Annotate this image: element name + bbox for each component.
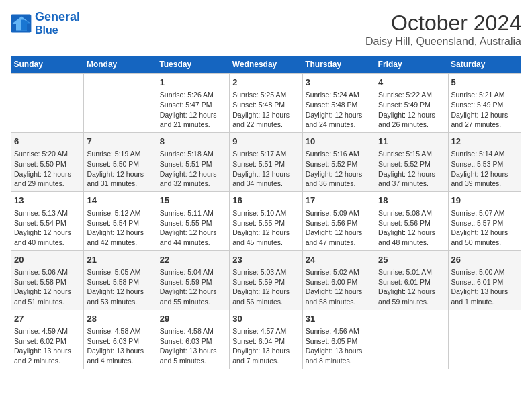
calendar-cell: 15Sunrise: 5:11 AMSunset: 5:55 PMDayligh… xyxy=(157,191,229,250)
day-number: 5 xyxy=(451,77,518,89)
day-info: Sunrise: 5:12 AMSunset: 5:54 PMDaylight:… xyxy=(87,208,153,248)
calendar-cell: 4Sunrise: 5:22 AMSunset: 5:49 PMDaylight… xyxy=(375,74,448,133)
day-info: Sunrise: 5:26 AMSunset: 5:47 PMDaylight:… xyxy=(160,90,226,130)
calendar-cell: 2Sunrise: 5:25 AMSunset: 5:48 PMDaylight… xyxy=(230,74,302,133)
day-number: 1 xyxy=(160,77,226,89)
calendar-cell: 18Sunrise: 5:08 AMSunset: 5:56 PMDayligh… xyxy=(375,191,448,250)
calendar-cell: 19Sunrise: 5:07 AMSunset: 5:57 PMDayligh… xyxy=(448,191,521,250)
day-info: Sunrise: 5:11 AMSunset: 5:55 PMDaylight:… xyxy=(160,208,226,248)
calendar-cell: 5Sunrise: 5:21 AMSunset: 5:49 PMDaylight… xyxy=(448,74,521,133)
weekday-header: Thursday xyxy=(302,56,375,74)
day-info: Sunrise: 5:01 AMSunset: 6:01 PMDaylight:… xyxy=(378,267,445,307)
day-number: 28 xyxy=(87,313,153,325)
day-number: 13 xyxy=(14,195,81,207)
day-number: 20 xyxy=(14,254,81,266)
day-number: 21 xyxy=(87,254,153,266)
day-info: Sunrise: 5:16 AMSunset: 5:52 PMDaylight:… xyxy=(306,149,372,189)
title-block: October 2024 Daisy Hill, Queensland, Aus… xyxy=(365,11,521,48)
day-number: 17 xyxy=(306,195,372,207)
day-number: 14 xyxy=(87,195,153,207)
calendar-header: SundayMondayTuesdayWednesdayThursdayFrid… xyxy=(11,56,521,74)
day-info: Sunrise: 5:03 AMSunset: 5:59 PMDaylight:… xyxy=(232,267,299,307)
day-number: 22 xyxy=(160,254,226,266)
calendar-week-row: 27Sunrise: 4:59 AMSunset: 6:02 PMDayligh… xyxy=(11,310,521,369)
calendar-cell: 24Sunrise: 5:02 AMSunset: 6:00 PMDayligh… xyxy=(302,250,375,310)
day-info: Sunrise: 4:56 AMSunset: 6:05 PMDaylight:… xyxy=(306,326,372,366)
calendar-week-row: 1Sunrise: 5:26 AMSunset: 5:47 PMDaylight… xyxy=(11,74,521,133)
day-info: Sunrise: 4:58 AMSunset: 6:03 PMDaylight:… xyxy=(87,326,153,366)
calendar-cell: 25Sunrise: 5:01 AMSunset: 6:01 PMDayligh… xyxy=(375,250,448,310)
logo-text: General Blue xyxy=(35,11,80,36)
day-info: Sunrise: 5:21 AMSunset: 5:49 PMDaylight:… xyxy=(451,90,518,130)
calendar-cell: 17Sunrise: 5:09 AMSunset: 5:56 PMDayligh… xyxy=(302,191,375,250)
day-info: Sunrise: 5:14 AMSunset: 5:53 PMDaylight:… xyxy=(451,149,518,189)
calendar-cell: 6Sunrise: 5:20 AMSunset: 5:50 PMDaylight… xyxy=(11,132,84,191)
calendar-cell: 9Sunrise: 5:17 AMSunset: 5:51 PMDaylight… xyxy=(230,132,302,191)
calendar-cell: 16Sunrise: 5:10 AMSunset: 5:55 PMDayligh… xyxy=(230,191,302,250)
day-number: 26 xyxy=(451,254,518,266)
day-info: Sunrise: 5:06 AMSunset: 5:58 PMDaylight:… xyxy=(14,267,81,307)
day-number: 7 xyxy=(87,136,153,148)
day-number: 8 xyxy=(160,136,226,148)
day-number: 11 xyxy=(378,136,445,148)
calendar-week-row: 13Sunrise: 5:13 AMSunset: 5:54 PMDayligh… xyxy=(11,191,521,250)
day-number: 23 xyxy=(232,254,299,266)
day-info: Sunrise: 5:18 AMSunset: 5:51 PMDaylight:… xyxy=(160,149,226,189)
day-info: Sunrise: 5:08 AMSunset: 5:56 PMDaylight:… xyxy=(378,208,445,248)
day-number: 4 xyxy=(378,77,445,89)
day-info: Sunrise: 5:22 AMSunset: 5:49 PMDaylight:… xyxy=(378,90,445,130)
calendar-cell: 13Sunrise: 5:13 AMSunset: 5:54 PMDayligh… xyxy=(11,191,84,250)
page-title: October 2024 xyxy=(365,11,521,36)
calendar-cell: 14Sunrise: 5:12 AMSunset: 5:54 PMDayligh… xyxy=(84,191,157,250)
calendar-week-row: 6Sunrise: 5:20 AMSunset: 5:50 PMDaylight… xyxy=(11,132,521,191)
day-info: Sunrise: 5:10 AMSunset: 5:55 PMDaylight:… xyxy=(232,208,299,248)
calendar-cell xyxy=(84,74,157,133)
day-number: 19 xyxy=(451,195,518,207)
weekday-header: Saturday xyxy=(448,56,521,74)
calendar-cell: 11Sunrise: 5:15 AMSunset: 5:52 PMDayligh… xyxy=(375,132,448,191)
day-number: 15 xyxy=(160,195,226,207)
calendar-cell: 12Sunrise: 5:14 AMSunset: 5:53 PMDayligh… xyxy=(448,132,521,191)
day-number: 25 xyxy=(378,254,445,266)
day-number: 30 xyxy=(232,313,299,325)
calendar-cell xyxy=(375,310,448,369)
calendar-cell: 3Sunrise: 5:24 AMSunset: 5:48 PMDaylight… xyxy=(302,74,375,133)
day-info: Sunrise: 5:05 AMSunset: 5:58 PMDaylight:… xyxy=(87,267,153,307)
page-subtitle: Daisy Hill, Queensland, Australia xyxy=(365,36,521,48)
day-number: 16 xyxy=(232,195,299,207)
day-info: Sunrise: 5:15 AMSunset: 5:52 PMDaylight:… xyxy=(378,149,445,189)
calendar-cell: 7Sunrise: 5:19 AMSunset: 5:50 PMDaylight… xyxy=(84,132,157,191)
weekday-header: Monday xyxy=(84,56,157,74)
calendar-cell: 1Sunrise: 5:26 AMSunset: 5:47 PMDaylight… xyxy=(157,74,229,133)
day-info: Sunrise: 5:09 AMSunset: 5:56 PMDaylight:… xyxy=(306,208,372,248)
calendar-cell: 22Sunrise: 5:04 AMSunset: 5:59 PMDayligh… xyxy=(157,250,229,310)
day-info: Sunrise: 5:00 AMSunset: 6:01 PMDaylight:… xyxy=(451,267,518,307)
day-number: 24 xyxy=(306,254,372,266)
logo-icon xyxy=(11,14,32,33)
day-number: 12 xyxy=(451,136,518,148)
day-info: Sunrise: 5:25 AMSunset: 5:48 PMDaylight:… xyxy=(232,90,299,130)
day-info: Sunrise: 5:13 AMSunset: 5:54 PMDaylight:… xyxy=(14,208,81,248)
weekday-header: Friday xyxy=(375,56,448,74)
day-info: Sunrise: 5:17 AMSunset: 5:51 PMDaylight:… xyxy=(232,149,299,189)
calendar-cell: 31Sunrise: 4:56 AMSunset: 6:05 PMDayligh… xyxy=(302,310,375,369)
day-number: 10 xyxy=(306,136,372,148)
day-info: Sunrise: 4:58 AMSunset: 6:03 PMDaylight:… xyxy=(160,326,226,366)
day-number: 3 xyxy=(306,77,372,89)
day-info: Sunrise: 5:24 AMSunset: 5:48 PMDaylight:… xyxy=(306,90,372,130)
weekday-header: Wednesday xyxy=(230,56,302,74)
calendar-cell: 10Sunrise: 5:16 AMSunset: 5:52 PMDayligh… xyxy=(302,132,375,191)
calendar-cell: 28Sunrise: 4:58 AMSunset: 6:03 PMDayligh… xyxy=(84,310,157,369)
calendar-cell: 20Sunrise: 5:06 AMSunset: 5:58 PMDayligh… xyxy=(11,250,84,310)
calendar-cell: 29Sunrise: 4:58 AMSunset: 6:03 PMDayligh… xyxy=(157,310,229,369)
calendar-cell: 27Sunrise: 4:59 AMSunset: 6:02 PMDayligh… xyxy=(11,310,84,369)
calendar-cell: 8Sunrise: 5:18 AMSunset: 5:51 PMDaylight… xyxy=(157,132,229,191)
day-info: Sunrise: 4:59 AMSunset: 6:02 PMDaylight:… xyxy=(14,326,81,366)
day-info: Sunrise: 5:04 AMSunset: 5:59 PMDaylight:… xyxy=(160,267,226,307)
calendar-week-row: 20Sunrise: 5:06 AMSunset: 5:58 PMDayligh… xyxy=(11,250,521,310)
day-info: Sunrise: 5:07 AMSunset: 5:57 PMDaylight:… xyxy=(451,208,518,248)
weekday-header: Sunday xyxy=(11,56,84,74)
day-info: Sunrise: 5:20 AMSunset: 5:50 PMDaylight:… xyxy=(14,149,81,189)
day-info: Sunrise: 5:02 AMSunset: 6:00 PMDaylight:… xyxy=(306,267,372,307)
weekday-header: Tuesday xyxy=(157,56,229,74)
